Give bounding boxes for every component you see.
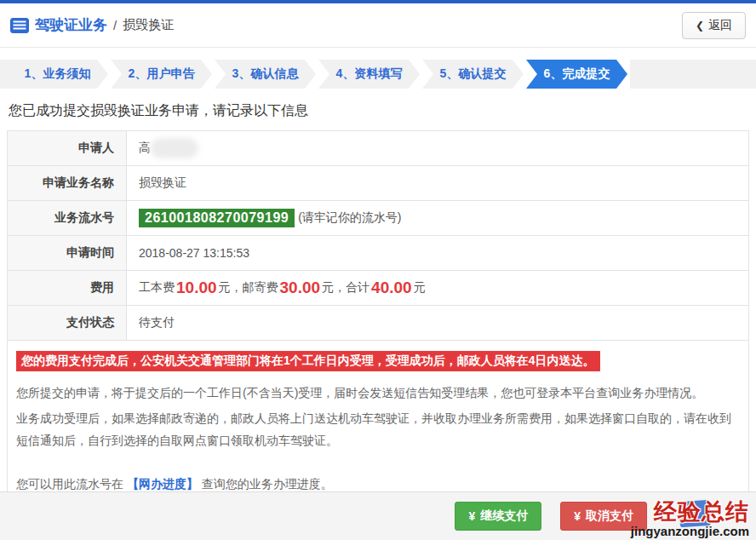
step-3-confirm-info: 3、确认信息 bbox=[215, 60, 316, 89]
watermark-url: jingyanzongjie.com bbox=[587, 525, 749, 538]
fee-unit-1: 元 bbox=[219, 280, 231, 296]
step-4-fill-data: 4、资料填写 bbox=[318, 60, 420, 89]
service-value: 损毁换证 bbox=[139, 175, 186, 191]
breadcrumb-section[interactable]: 驾驶证业务 bbox=[35, 15, 107, 35]
fee-part3-name: 合计 bbox=[346, 280, 369, 296]
fee-part2-name: 邮寄费 bbox=[243, 280, 278, 296]
fee-unit-2: 元 bbox=[322, 280, 334, 296]
step-6-label: 6、完成提交 bbox=[544, 66, 610, 82]
result-panel: 申请人 高 申请业务名称 损毁换证 业务流水号 2610018082700791… bbox=[7, 130, 749, 505]
step-1-notice: 1、业务须知 bbox=[7, 60, 108, 89]
step-2-label: 2、用户申告 bbox=[129, 66, 195, 82]
serial-note: (请牢记你的流水号) bbox=[298, 210, 401, 226]
back-button[interactable]: ❮ 返回 bbox=[682, 12, 746, 39]
step-bar-filler bbox=[630, 60, 756, 89]
progress-link[interactable]: 【网办进度】 bbox=[127, 477, 198, 491]
step-track: 1、业务须知 2、用户申告 3、确认信息 4、资料填写 5、确认提交 6、完成提… bbox=[7, 60, 630, 89]
status-label: 支付状态 bbox=[8, 306, 127, 340]
continue-payment-label: 继续支付 bbox=[480, 508, 528, 524]
table-row-applicant: 申请人 高 bbox=[8, 131, 748, 166]
notice-section: 您的费用支付完成后，公安机关交通管理部门将在1个工作日内受理，受理成功后，邮政人… bbox=[8, 341, 748, 504]
fee-value-cell: 工本费 10.00 元 ， 邮寄费 30.00 元 ， 合计 40.00 元 bbox=[127, 271, 748, 305]
breadcrumb: 驾驶证业务 / 损毁换证 bbox=[10, 15, 174, 35]
notice-paragraph-1: 您所提交的申请，将于提交后的一个工作日(不含当天)受理，届时会发送短信告知受理结… bbox=[16, 382, 740, 404]
action-bar: ¥ 继续支付 ¥ 取消支付 经验总结 jingyanzongjie.com bbox=[0, 491, 756, 540]
table-row-fee: 费用 工本费 10.00 元 ， 邮寄费 30.00 元 ， 合计 40.00 … bbox=[8, 271, 748, 306]
site-watermark: 经验总结 jingyanzongjie.com bbox=[587, 499, 749, 538]
fee-part2-amount: 30.00 bbox=[280, 279, 321, 297]
table-row-status: 支付状态 待支付 bbox=[8, 306, 748, 341]
progress-hint-line: 您可以用此流水号在 【网办进度】 查询您的业务办理进度。 bbox=[16, 477, 740, 492]
page-header: 驾驶证业务 / 损毁换证 ❮ 返回 bbox=[0, 3, 756, 48]
service-label: 申请业务名称 bbox=[8, 166, 127, 200]
notice-paragraph-2: 业务成功受理后，如果选择邮政寄递的，邮政人员将上门送达机动车驾驶证，并收取办理业… bbox=[16, 407, 740, 451]
watermark-title: 经验总结 bbox=[587, 499, 749, 525]
step-4-label: 4、资料填写 bbox=[336, 66, 403, 82]
step-2-declare: 2、用户申告 bbox=[111, 60, 212, 89]
fee-sep-1: ， bbox=[231, 280, 243, 296]
step-3-label: 3、确认信息 bbox=[232, 66, 299, 82]
table-row-service: 申请业务名称 损毁换证 bbox=[8, 166, 748, 201]
applicant-value: 高 bbox=[139, 141, 151, 156]
redacted-name-blur bbox=[151, 138, 198, 158]
payment-warning-banner: 您的费用支付完成后，公安机关交通管理部门将在1个工作日内受理，受理成功后，邮政人… bbox=[16, 351, 600, 371]
step-5-confirm-submit: 5、确认提交 bbox=[422, 60, 524, 89]
serial-label: 业务流水号 bbox=[8, 201, 127, 235]
applicant-label: 申请人 bbox=[8, 131, 127, 165]
fee-sep-2: ， bbox=[334, 280, 346, 296]
list-form-icon bbox=[10, 18, 29, 33]
table-row-time: 申请时间 2018-08-27 13:15:53 bbox=[8, 236, 748, 271]
time-value: 2018-08-27 13:15:53 bbox=[139, 246, 249, 260]
step-6-complete-active: 6、完成提交 bbox=[526, 60, 627, 89]
yen-icon: ¥ bbox=[574, 509, 581, 523]
progress-hint-prefix: 您可以用此流水号在 bbox=[16, 477, 123, 491]
fee-part1-name: 工本费 bbox=[139, 280, 175, 296]
yen-icon: ¥ bbox=[468, 509, 475, 523]
step-1-label: 1、业务须知 bbox=[25, 66, 91, 82]
step-wizard: 1、业务须知 2、用户申告 3、确认信息 4、资料填写 5、确认提交 6、完成提… bbox=[0, 60, 756, 89]
applicant-value-cell: 高 bbox=[127, 131, 748, 165]
payment-status-value: 待支付 bbox=[139, 315, 175, 330]
breadcrumb-current-page: 损毁换证 bbox=[123, 17, 174, 33]
fee-label: 费用 bbox=[8, 271, 127, 305]
time-label: 申请时间 bbox=[8, 236, 127, 270]
fee-total-amount: 40.00 bbox=[371, 279, 412, 297]
fee-unit-3: 元 bbox=[414, 280, 426, 296]
success-message: 您已成功提交损毁换证业务申请，请记录以下信息 bbox=[9, 102, 756, 120]
chevron-left-icon: ❮ bbox=[696, 20, 704, 32]
step-5-label: 5、确认提交 bbox=[440, 66, 507, 82]
table-row-serial: 业务流水号 261001808270079199 (请牢记你的流水号) bbox=[8, 201, 748, 236]
continue-payment-button[interactable]: ¥ 继续支付 bbox=[455, 502, 541, 531]
progress-hint-suffix: 查询您的业务办理进度。 bbox=[202, 477, 333, 491]
breadcrumb-separator: / bbox=[113, 18, 117, 32]
back-button-label: 返回 bbox=[708, 18, 732, 33]
serial-number-badge: 261001808270079199 bbox=[139, 209, 295, 227]
fee-part1-amount: 10.00 bbox=[176, 279, 217, 297]
